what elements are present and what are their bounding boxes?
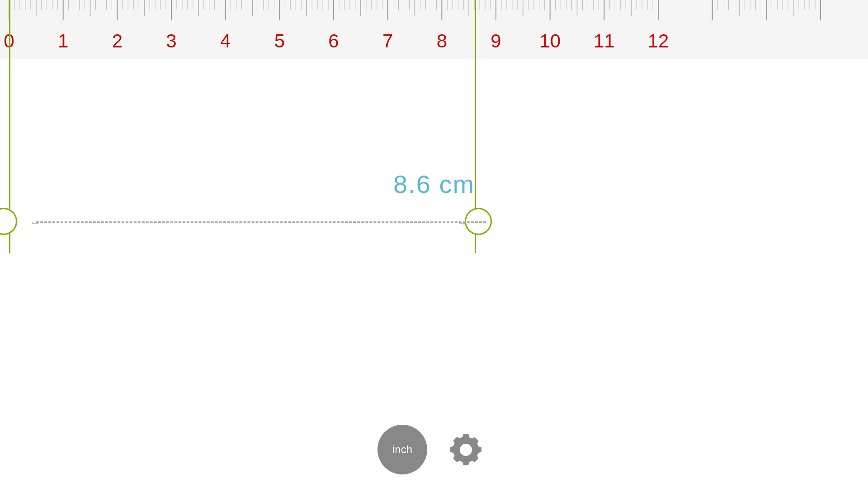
svg-text:5: 5 — [274, 30, 285, 52]
gear-icon — [447, 431, 485, 469]
ruler-svg: 0123456789101112 — [0, 0, 868, 59]
left-handle-circle[interactable] — [0, 208, 17, 235]
svg-text:3: 3 — [166, 30, 176, 52]
svg-text:1: 1 — [58, 30, 68, 52]
svg-text:11: 11 — [594, 30, 615, 52]
settings-button[interactable] — [441, 425, 491, 474]
svg-text:10: 10 — [539, 30, 561, 52]
measurement-display: 8.6 cm — [393, 169, 475, 199]
svg-text:8: 8 — [437, 30, 447, 52]
measurement-dashed-line — [36, 221, 486, 223]
svg-text:9: 9 — [491, 30, 501, 52]
bottom-controls: inch — [377, 425, 491, 474]
svg-text:6: 6 — [328, 30, 339, 52]
arrow-right-icon: → — [457, 216, 467, 229]
svg-rect-0 — [0, 0, 868, 59]
arrow-left-icon: ← — [29, 216, 40, 229]
svg-text:2: 2 — [112, 30, 123, 52]
inch-button[interactable]: inch — [377, 425, 427, 474]
svg-text:12: 12 — [648, 30, 669, 52]
svg-text:4: 4 — [220, 30, 231, 52]
svg-text:7: 7 — [382, 30, 393, 52]
